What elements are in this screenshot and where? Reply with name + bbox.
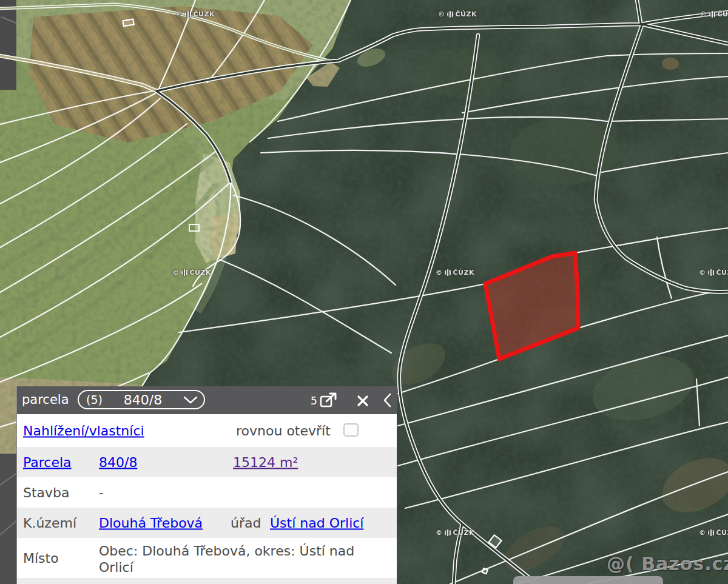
parcel-area-link[interactable]: 15124 m² (233, 455, 298, 470)
row-parcela: Parcela 840/8 15124 m² (17, 447, 397, 477)
close-icon[interactable] (356, 394, 370, 408)
parcel-selector-dropdown[interactable]: (5) 840/8 (78, 390, 205, 409)
kuzemi-label: K.území (23, 515, 76, 531)
row-misto: Místo Obec: Dlouhá Třebová, okres: Ústí … (17, 538, 397, 578)
rovnou-otevrit-label: rovnou otevřít (236, 423, 331, 438)
chevron-down-icon (183, 396, 198, 404)
row-nahlizeni: Nahlížení/vlastníci rovnou otevřít (17, 414, 397, 447)
parcel-info-panel: parcela (5) 840/8 5 (16, 386, 397, 584)
row-next-partial (17, 578, 397, 584)
parcel-count: (5) (86, 393, 103, 406)
misto-label: Místo (23, 551, 59, 566)
parcela-link[interactable]: Parcela (23, 455, 72, 470)
selected-parcel-number: 840/8 (103, 392, 183, 408)
share-count-badge: 5 (311, 395, 317, 407)
stavba-label: Stavba (23, 485, 70, 500)
panel-header: parcela (5) 840/8 5 (17, 386, 397, 414)
row-kuzemi: K.území Dlouhá Třebová úřad Ústí nad Orl… (17, 508, 397, 538)
nahlizeni-vlastnici-link[interactable]: Nahlížení/vlastníci (23, 423, 144, 438)
parcel-number-link[interactable]: 840/8 (99, 455, 137, 470)
panel-title: parcela (22, 392, 69, 407)
share-icon[interactable] (318, 391, 339, 409)
rovnou-otevrit-checkbox[interactable] (343, 423, 359, 437)
urad-link[interactable]: Ústí nad Orlicí (270, 515, 363, 531)
map-viewer: ©ČÚZK ©ČÚZK ©ČÚZK ©ČÚZK ©ČÚZK ©ČÚZK ©ČÚZ… (0, 0, 728, 584)
stavba-value: - (99, 485, 104, 500)
urad-label: úřad (231, 515, 261, 531)
kuzemi-link[interactable]: Dlouhá Třebová (99, 515, 203, 531)
misto-value: Obec: Dlouhá Třebová, okres: Ústí nad Or… (99, 543, 391, 576)
collapse-panel-icon[interactable] (381, 393, 393, 408)
row-stavba: Stavba - (17, 477, 397, 508)
attribution-pill (513, 576, 663, 584)
